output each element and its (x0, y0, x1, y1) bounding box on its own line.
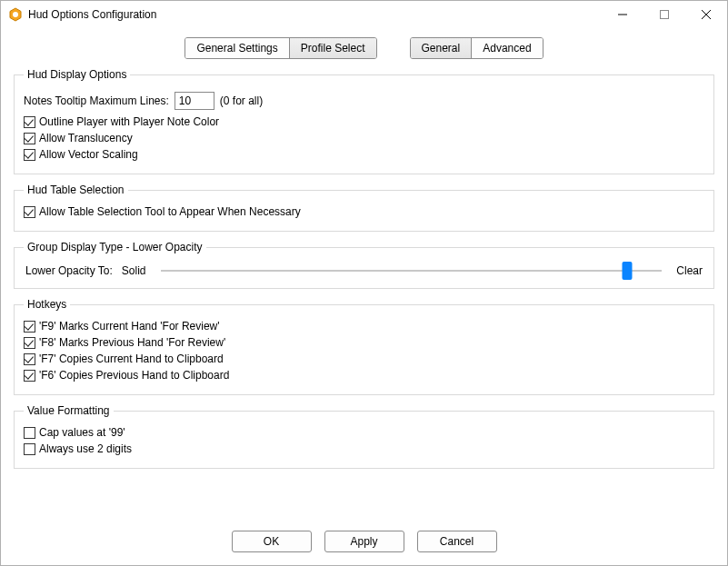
checkbox-label: Outline Player with Player Note Color (39, 115, 219, 128)
slider-right-label: Clear (676, 264, 703, 277)
footer-buttons: OK Apply Cancel (1, 531, 727, 552)
close-button[interactable] (685, 1, 727, 28)
legend-hotkeys: Hotkeys (24, 298, 70, 311)
notes-tooltip-label: Notes Tooltip Maximum Lines: (24, 94, 169, 107)
title-bar: Hud Options Configuration (1, 1, 727, 28)
group-lower-opacity: Group Display Type - Lower Opacity Lower… (14, 241, 714, 289)
ok-button[interactable]: OK (232, 531, 312, 552)
checkbox-label: Always use 2 digits (39, 442, 132, 455)
checkbox-outline-player[interactable]: Outline Player with Player Note Color (24, 115, 704, 128)
tab-rows: General Settings Profile Select General … (14, 34, 714, 68)
checkbox-icon (24, 133, 35, 144)
checkbox-hotkey-f6[interactable]: 'F6' Copies Previous Hand to Clipboard (24, 369, 704, 382)
checkbox-hotkey-f9[interactable]: 'F9' Marks Current Hand 'For Review' (24, 320, 704, 333)
apply-button[interactable]: Apply (324, 531, 404, 552)
minimize-button[interactable] (602, 1, 643, 28)
slider-left-label: Solid (122, 264, 146, 277)
checkbox-label: 'F9' Marks Current Hand 'For Review' (39, 320, 220, 333)
tab-general-settings[interactable]: General Settings (185, 38, 289, 58)
notes-tooltip-max-lines-input[interactable] (175, 92, 214, 110)
group-hud-table-selection: Hud Table Selection Allow Table Selectio… (14, 184, 714, 232)
checkbox-allow-vector-scaling[interactable]: Allow Vector Scaling (24, 148, 704, 161)
legend-hud-display-options: Hud Display Options (24, 68, 130, 81)
tabs-left: General Settings Profile Select (184, 37, 376, 59)
checkbox-label: Allow Vector Scaling (39, 148, 138, 161)
tabs-right: General Advanced (410, 37, 544, 59)
legend-value-formatting: Value Formatting (24, 404, 114, 417)
checkbox-hotkey-f7[interactable]: 'F7' Copies Current Hand to Clipboard (24, 353, 704, 365)
checkbox-icon (24, 443, 35, 455)
checkbox-always-two-digits[interactable]: Always use 2 digits (24, 442, 704, 455)
checkbox-icon (24, 427, 35, 439)
maximize-button[interactable] (643, 1, 685, 28)
checkbox-allow-translucency[interactable]: Allow Translucency (24, 132, 704, 144)
window-title: Hud Options Configuration (28, 8, 156, 21)
legend-hud-table-selection: Hud Table Selection (24, 184, 128, 196)
legend-lower-opacity: Group Display Type - Lower Opacity (24, 241, 206, 253)
checkbox-cap-values-99[interactable]: Cap values at '99' (24, 426, 704, 439)
checkbox-label: 'F6' Copies Previous Hand to Clipboard (39, 369, 229, 382)
checkbox-icon (24, 353, 35, 365)
checkbox-label: Allow Translucency (39, 132, 133, 144)
checkbox-hotkey-f8[interactable]: 'F8' Marks Previous Hand 'For Review' (24, 336, 704, 349)
checkbox-icon (24, 116, 35, 128)
group-hotkeys: Hotkeys 'F9' Marks Current Hand 'For Rev… (14, 298, 714, 395)
checkbox-icon (24, 206, 35, 218)
lower-opacity-label: Lower Opacity To: (25, 264, 113, 277)
svg-point-1 (13, 12, 18, 17)
checkbox-icon (24, 321, 35, 333)
opacity-slider[interactable] (161, 270, 663, 272)
notes-tooltip-hint: (0 for all) (220, 94, 263, 107)
maximize-icon (660, 10, 669, 19)
checkbox-label: 'F8' Marks Previous Hand 'For Review' (39, 336, 225, 349)
cancel-button[interactable]: Cancel (417, 531, 497, 552)
opacity-slider-thumb[interactable] (622, 262, 632, 280)
minimize-icon (618, 10, 627, 19)
checkbox-icon (24, 149, 35, 161)
checkbox-label: Cap values at '99' (39, 426, 125, 439)
app-icon (8, 7, 23, 22)
checkbox-icon (24, 370, 35, 382)
checkbox-allow-table-selection-tool[interactable]: Allow Table Selection Tool to Appear Whe… (24, 205, 704, 218)
svg-rect-3 (661, 11, 669, 19)
checkbox-label: Allow Table Selection Tool to Appear Whe… (39, 205, 301, 218)
tab-advanced[interactable]: Advanced (472, 38, 542, 58)
tab-profile-select[interactable]: Profile Select (290, 38, 376, 58)
checkbox-label: 'F7' Copies Current Hand to Clipboard (39, 353, 224, 365)
svg-line-4 (702, 10, 711, 19)
tab-general[interactable]: General (411, 38, 473, 58)
svg-line-5 (702, 10, 711, 19)
group-hud-display-options: Hud Display Options Notes Tooltip Maximu… (14, 68, 714, 174)
checkbox-icon (24, 337, 35, 349)
close-icon (702, 10, 711, 19)
group-value-formatting: Value Formatting Cap values at '99' Alwa… (14, 404, 714, 469)
window-controls (602, 1, 727, 28)
